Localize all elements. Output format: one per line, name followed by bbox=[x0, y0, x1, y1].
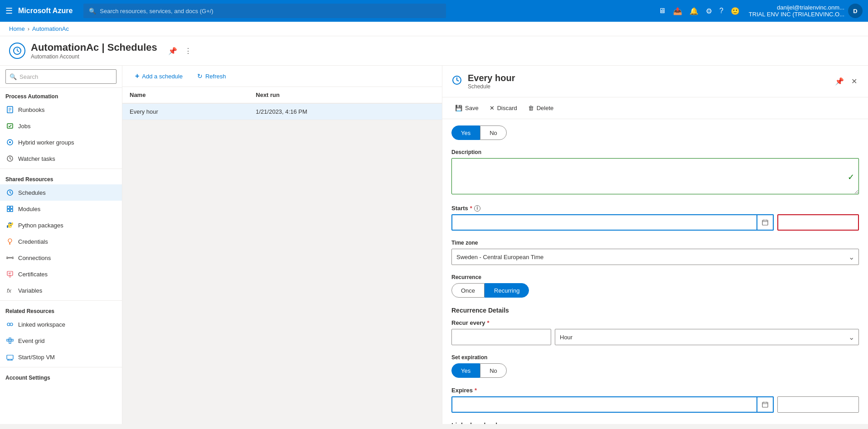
timezone-label: Time zone bbox=[451, 240, 859, 246]
description-input[interactable] bbox=[451, 158, 859, 194]
expires-group: Expires * 02/01/2024 12:59 PM bbox=[451, 387, 859, 413]
delete-button[interactable]: 🗑 Delete bbox=[524, 102, 558, 114]
enabled-yes-button[interactable]: Yes bbox=[451, 125, 480, 140]
sidebar-item-linked-workspace[interactable]: Linked workspace bbox=[0, 316, 122, 333]
table-row[interactable]: Every hour 1/21/2023, 4:16 PM bbox=[122, 103, 442, 120]
page-header: AutomationAc | Schedules Automation Acco… bbox=[0, 36, 868, 66]
description-label: Description bbox=[451, 149, 859, 155]
sidebar-item-variables[interactable]: fx Variables bbox=[0, 282, 122, 299]
add-icon: + bbox=[135, 72, 139, 80]
sidebar-item-certificates[interactable]: Certificates bbox=[0, 266, 122, 282]
detail-header: Every hour Schedule 📌 ✕ bbox=[442, 66, 868, 97]
starts-date-input[interactable]: 01/21/2023 bbox=[451, 214, 757, 231]
hybrid-icon bbox=[5, 138, 15, 147]
schedules-table: Name Next run Every hour 1/21/2023, 4:16… bbox=[122, 87, 442, 120]
sidebar-item-jobs[interactable]: Jobs bbox=[0, 118, 122, 134]
breadcrumb-home[interactable]: Home bbox=[9, 25, 25, 32]
recurrence-recurring-button[interactable]: Recurring bbox=[485, 283, 529, 298]
sidebar-item-start-stop-vm[interactable]: Start/Stop VM bbox=[0, 349, 122, 365]
sidebar-item-credentials[interactable]: Credentials bbox=[0, 233, 122, 250]
timezone-select[interactable]: Sweden - Central European Time UTC Easte… bbox=[451, 249, 859, 265]
search-icon: 🔍 bbox=[89, 8, 96, 14]
sidebar-item-python[interactable]: Python packages bbox=[0, 217, 122, 233]
menu-icon[interactable]: ☰ bbox=[5, 6, 13, 16]
page-subtitle: Automation Account bbox=[31, 53, 157, 60]
top-navigation: ☰ Microsoft Azure 🔍 🖥 📤 🔔 ⚙ ? 🙂 danijel@… bbox=[0, 0, 868, 22]
enabled-no-button[interactable]: No bbox=[480, 125, 507, 140]
sidebar-item-label: Hybrid worker groups bbox=[18, 139, 74, 146]
portal-menu-icon[interactable]: 📤 bbox=[671, 5, 684, 17]
recur-every-input[interactable]: 1 bbox=[451, 329, 551, 345]
sidebar-item-label: Modules bbox=[18, 206, 40, 212]
sidebar-item-label: Connections bbox=[18, 255, 51, 261]
svg-point-14 bbox=[9, 223, 10, 224]
recur-unit-wrapper: Hour Day Week Month bbox=[555, 329, 859, 345]
sidebar-item-label: Certificates bbox=[18, 271, 48, 278]
pin-page-button[interactable]: 📌 bbox=[166, 45, 179, 57]
expiration-yes-button[interactable]: Yes bbox=[451, 363, 480, 378]
expires-calendar-button[interactable] bbox=[757, 396, 774, 413]
add-schedule-button[interactable]: + Add a schedule bbox=[131, 69, 186, 83]
cloud-shell-icon[interactable]: 🖥 bbox=[657, 5, 668, 17]
global-search-bar[interactable]: 🔍 bbox=[83, 4, 446, 18]
expires-time-input[interactable]: 12:59 PM bbox=[777, 396, 859, 413]
save-button[interactable]: 💾 Save bbox=[451, 102, 482, 114]
refresh-button[interactable]: ↻ Refresh bbox=[194, 70, 230, 82]
section-header-shared: Shared Resources bbox=[0, 171, 122, 184]
brand-logo: Microsoft Azure bbox=[18, 7, 73, 15]
credentials-icon bbox=[5, 237, 15, 246]
starts-time-input[interactable]: 3:50 PM bbox=[777, 214, 859, 231]
settings-icon[interactable]: ⚙ bbox=[704, 5, 714, 17]
starts-label: Starts * i bbox=[451, 205, 859, 212]
recur-unit-select[interactable]: Hour Day Week Month bbox=[555, 329, 859, 345]
notifications-icon[interactable]: 🔔 bbox=[688, 5, 700, 17]
recurrence-once-button[interactable]: Once bbox=[451, 283, 485, 298]
starts-calendar-button[interactable] bbox=[757, 214, 774, 231]
sidebar-item-label: Watcher tasks bbox=[18, 155, 55, 162]
breadcrumb-parent[interactable]: AutomationAc bbox=[32, 25, 69, 32]
more-options-button[interactable]: ⋮ bbox=[183, 45, 194, 57]
sidebar-item-schedules[interactable]: Schedules bbox=[0, 184, 122, 201]
enabled-toggle-group: Yes No bbox=[451, 125, 859, 140]
section-header-process: Process Automation bbox=[0, 88, 122, 101]
help-icon[interactable]: ? bbox=[718, 5, 725, 17]
expires-date-input[interactable]: 02/01/2024 bbox=[451, 396, 757, 413]
svg-rect-30 bbox=[7, 339, 9, 341]
feedback-icon[interactable]: 🙂 bbox=[729, 5, 742, 17]
sidebar-item-modules[interactable]: Modules bbox=[0, 201, 122, 217]
set-expiration-group: Set expiration Yes No bbox=[451, 354, 859, 378]
sidebar-item-label: Variables bbox=[18, 287, 42, 294]
global-search-input[interactable] bbox=[100, 8, 441, 14]
pin-button[interactable]: 📌 bbox=[833, 75, 846, 87]
sidebar-item-watcher[interactable]: Watcher tasks bbox=[0, 150, 122, 167]
sidebar-item-event-grid[interactable]: Event grid bbox=[0, 333, 122, 349]
svg-point-29 bbox=[10, 323, 13, 326]
description-valid-icon: ✓ bbox=[848, 172, 854, 182]
avatar[interactable]: D bbox=[848, 4, 863, 18]
modules-icon bbox=[5, 204, 15, 213]
expiration-no-button[interactable]: No bbox=[480, 363, 507, 378]
svg-rect-39 bbox=[762, 220, 768, 225]
sidebar-search-wrapper: 🔍 Search bbox=[0, 66, 122, 88]
starts-info-icon[interactable]: i bbox=[474, 205, 480, 212]
sidebar-item-connections[interactable]: Connections bbox=[0, 250, 122, 266]
watcher-icon bbox=[5, 154, 15, 163]
linked-runbooks-group: Linked runbooks None bbox=[451, 422, 859, 424]
certificates-icon bbox=[5, 270, 15, 279]
sidebar-item-runbooks[interactable]: Runbooks bbox=[0, 101, 122, 118]
detail-panel: Every hour Schedule 📌 ✕ 💾 Save ✕ Discard… bbox=[442, 66, 868, 424]
detail-body: Description ✓ Starts * i 01/21/2023 bbox=[442, 140, 868, 424]
python-icon bbox=[5, 221, 15, 230]
timezone-select-wrapper: Sweden - Central European Time UTC Easte… bbox=[451, 249, 859, 265]
starts-group: Starts * i 01/21/2023 3:50 PM bbox=[451, 205, 859, 231]
svg-rect-13 bbox=[10, 209, 13, 212]
starts-required: * bbox=[470, 205, 472, 212]
svg-rect-12 bbox=[7, 209, 10, 212]
sidebar-search-input[interactable]: 🔍 Search bbox=[5, 69, 116, 84]
discard-button[interactable]: ✕ Discard bbox=[486, 102, 521, 114]
recur-every-label: Recur every * bbox=[451, 319, 859, 326]
close-button[interactable]: ✕ bbox=[849, 75, 859, 87]
sidebar-item-hybrid[interactable]: Hybrid worker groups bbox=[0, 134, 122, 150]
section-header-related: Related Resources bbox=[0, 303, 122, 316]
recurrence-details-title: Recurrence Details bbox=[451, 307, 859, 314]
